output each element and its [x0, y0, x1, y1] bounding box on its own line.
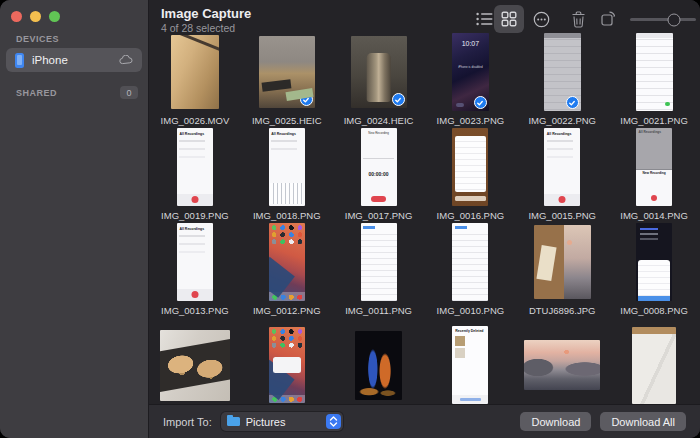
photo-thumbnail-img_0021-png[interactable] [636, 33, 673, 111]
photo-cell[interactable] [608, 326, 700, 404]
photo-grid-row: All RecordingsIMG_0019.PNGAll Recordings… [149, 128, 700, 223]
selected-checkmark-badge [392, 93, 405, 106]
photo-thumbnail-img_0017-png[interactable]: New Recording00:00:00 [361, 128, 397, 206]
photo-cell[interactable] [516, 326, 608, 404]
photo-filename: IMG_0014.PNG [620, 208, 688, 223]
photo-cell[interactable]: New Recording00:00:00IMG_0017.PNG [333, 128, 425, 223]
download-button[interactable]: Download [520, 412, 591, 431]
photo-thumbnail[interactable] [160, 330, 230, 401]
photo-filename: IMG_0011.PNG [345, 303, 412, 318]
photo-cell[interactable]: DTUJ6896.JPG [516, 223, 608, 318]
iphone-icon [15, 53, 24, 68]
thumbnail-overlay-text: 00:00:00 [361, 172, 397, 177]
selected-checkmark-badge [300, 93, 313, 106]
import-to-label: Import To: [163, 416, 212, 428]
selected-checkmark-badge [474, 96, 487, 109]
photo-cell[interactable]: All RecordingsIMG_0015.PNG [516, 128, 608, 223]
photo-thumbnail[interactable] [632, 327, 676, 404]
photo-filename: IMG_0017.PNG [345, 208, 413, 223]
photo-thumbnail-img_0016-png[interactable] [452, 128, 488, 206]
photo-cell[interactable]: All RecordingsIMG_0018.PNG [241, 128, 333, 223]
download-all-button[interactable]: Download All [600, 412, 686, 431]
photo-thumbnail-img_0026-mov[interactable] [171, 35, 219, 109]
photo-cell[interactable] [333, 326, 425, 404]
photo-filename: IMG_0012.PNG [253, 303, 321, 318]
photo-filename: IMG_0013.PNG [161, 303, 229, 318]
photo-cell[interactable]: IMG_0022.PNG [516, 33, 608, 128]
folder-icon [227, 417, 240, 426]
thumbnail-overlay-text: All Recordings [639, 131, 662, 134]
popup-chevrons-icon [326, 414, 341, 429]
photo-thumbnail[interactable] [269, 327, 305, 403]
photo-filename: IMG_0024.HEIC [344, 113, 414, 128]
photo-thumbnail-dtuj6896-jpg[interactable] [534, 225, 591, 299]
photo-filename: IMG_0023.PNG [437, 113, 505, 128]
photo-cell[interactable]: All RecordingsIMG_0013.PNG [149, 223, 241, 318]
photo-thumbnail[interactable]: Recently Deleted [452, 326, 488, 404]
photo-cell[interactable] [241, 326, 333, 404]
photo-thumbnail-img_0025-heic[interactable] [259, 36, 315, 108]
photo-thumbnail-img_0014-png[interactable]: All RecordingsNew Recording [636, 128, 672, 206]
footer-bar: Import To: Pictures Download Download Al… [149, 404, 700, 438]
thumbnail-overlay-text: Recently Deleted [455, 330, 483, 334]
photo-thumbnail-img_0010-png[interactable] [452, 223, 488, 301]
import-destination-value: Pictures [246, 416, 326, 428]
photo-cell[interactable]: IMG_0012.PNG [241, 223, 333, 318]
photo-filename: DTUJ6896.JPG [529, 303, 596, 318]
photo-cell[interactable]: IMG_0010.PNG [424, 223, 516, 318]
photo-filename: IMG_0019.PNG [161, 208, 229, 223]
device-name: iPhone [32, 54, 111, 66]
photo-thumbnail[interactable] [524, 340, 600, 390]
photo-grid-row: IMG_0026.MOVIMG_0025.HEICIMG_0024.HEIC10… [149, 33, 700, 128]
shared-count-badge: 0 [120, 86, 138, 99]
photo-cell[interactable]: All RecordingsNew RecordingIMG_0014.PNG [608, 128, 700, 223]
thumbnail-overlay-text: iPhone is disabled [452, 66, 489, 69]
sidebar: DEVICES iPhone SHARED 0 [0, 0, 148, 438]
photo-grid-row: Recently Deleted [149, 326, 700, 404]
window-controls [11, 11, 60, 22]
photo-thumbnail-img_0019-png[interactable]: All Recordings [177, 128, 213, 206]
photo-cell[interactable]: All RecordingsIMG_0019.PNG [149, 128, 241, 223]
close-button[interactable] [11, 11, 22, 22]
photo-filename: IMG_0008.PNG [620, 303, 688, 318]
devices-section-label: DEVICES [16, 34, 132, 44]
photo-thumbnail[interactable] [355, 331, 402, 400]
zoom-button[interactable] [49, 11, 60, 22]
photo-cell[interactable] [149, 326, 241, 404]
thumbnail-overlay-text: New Recording [636, 172, 672, 175]
photo-filename: IMG_0018.PNG [253, 208, 321, 223]
selected-checkmark-badge [566, 96, 579, 109]
photo-filename: IMG_0025.HEIC [252, 113, 322, 128]
photo-filename: IMG_0015.PNG [528, 208, 596, 223]
minimize-button[interactable] [30, 11, 41, 22]
photo-filename: IMG_0022.PNG [528, 113, 596, 128]
photo-cell[interactable]: IMG_0011.PNG [333, 223, 425, 318]
photo-cell[interactable]: IMG_0024.HEIC [333, 33, 425, 128]
photo-cell[interactable]: Recently Deleted [424, 326, 516, 404]
image-capture-window: DEVICES iPhone SHARED 0 Image Capture 4 … [0, 0, 700, 438]
photo-thumbnail-img_0015-png[interactable]: All Recordings [544, 128, 580, 206]
import-destination-select[interactable]: Pictures [221, 412, 343, 431]
photo-thumbnail-img_0022-png[interactable] [544, 33, 581, 111]
photo-cell[interactable]: 10:07iPhone is disabledIMG_0023.PNG [424, 33, 516, 128]
photo-cell[interactable]: IMG_0026.MOV [149, 33, 241, 128]
sidebar-item-shared[interactable]: SHARED 0 [16, 86, 138, 99]
photo-thumbnail-img_0008-png[interactable] [636, 223, 672, 301]
photo-grid: IMG_0026.MOVIMG_0025.HEICIMG_0024.HEIC10… [149, 0, 700, 404]
photo-cell[interactable]: IMG_0008.PNG [608, 223, 700, 318]
photo-cell[interactable]: IMG_0016.PNG [424, 128, 516, 223]
photo-thumbnail-img_0011-png[interactable] [361, 223, 397, 301]
photo-filename: IMG_0021.PNG [620, 113, 688, 128]
photo-thumbnail-img_0018-png[interactable]: All Recordings [269, 128, 305, 206]
photo-filename: IMG_0010.PNG [437, 303, 505, 318]
thumbnail-overlay-text: All Recordings [179, 133, 204, 137]
photo-thumbnail-img_0023-png[interactable]: 10:07iPhone is disabled [452, 33, 489, 111]
photo-thumbnail-img_0012-png[interactable] [269, 223, 305, 301]
photo-filename: IMG_0016.PNG [437, 208, 505, 223]
photo-thumbnail-img_0013-png[interactable]: All Recordings [177, 223, 213, 301]
sidebar-item-iphone[interactable]: iPhone [6, 48, 142, 72]
photo-cell[interactable]: IMG_0021.PNG [608, 33, 700, 128]
photo-cell[interactable]: IMG_0025.HEIC [241, 33, 333, 128]
main-content: Image Capture 4 of 28 selected [148, 0, 700, 438]
photo-thumbnail-img_0024-heic[interactable] [351, 36, 407, 108]
